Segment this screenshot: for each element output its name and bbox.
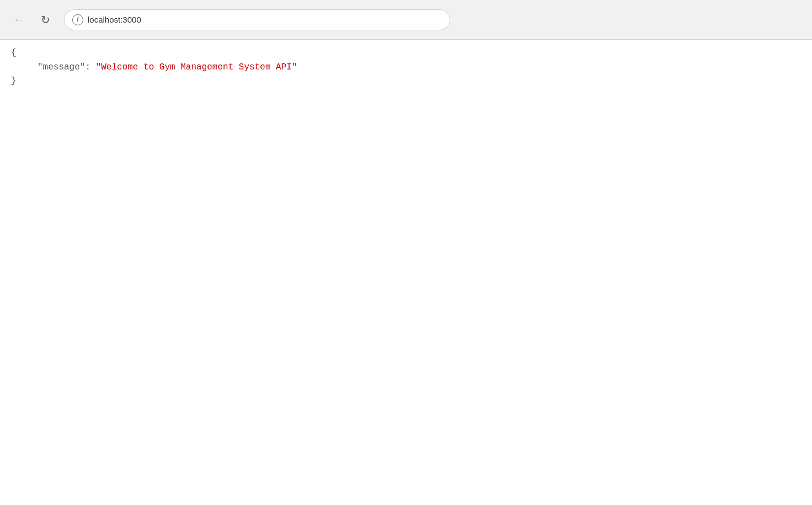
address-bar[interactable]: i localhost:3000 (64, 9, 450, 30)
back-button[interactable]: ← (9, 10, 29, 30)
browser-chrome: ← ↻ i localhost:3000 (0, 0, 812, 40)
url-display: localhost:3000 (88, 15, 141, 24)
json-colon: : (85, 62, 95, 72)
json-close-brace: } (11, 74, 801, 89)
reload-icon: ↻ (41, 13, 50, 26)
json-key: "message" (38, 62, 85, 72)
info-icon: i (72, 14, 83, 25)
json-value: "Welcome to Gym Management System API" (96, 62, 297, 72)
back-icon: ← (13, 13, 24, 26)
reload-button[interactable]: ↻ (35, 10, 55, 30)
json-open-brace: { (11, 46, 801, 61)
page-content: { "message": "Welcome to Gym Management … (0, 40, 812, 95)
json-key-value-line: "message": "Welcome to Gym Management Sy… (11, 61, 801, 75)
